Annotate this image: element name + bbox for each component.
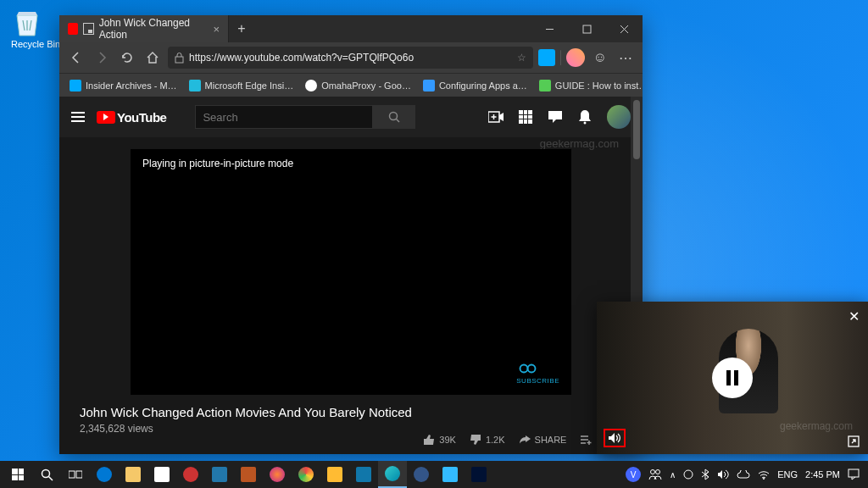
- subscribe-label: SUBSCRIBE: [516, 377, 559, 385]
- pip-message: Playing in picture-in-picture mode: [142, 158, 293, 169]
- tab-close-icon[interactable]: ×: [213, 23, 220, 36]
- start-button[interactable]: [3, 461, 32, 488]
- taskbar-app-edge-dev[interactable]: [378, 461, 407, 488]
- tray-clock[interactable]: 2:45 PM: [805, 469, 840, 480]
- tray-volume-icon[interactable]: [717, 469, 729, 480]
- taskbar-app[interactable]: [176, 461, 205, 488]
- forward-button[interactable]: [92, 47, 112, 68]
- svg-rect-21: [69, 471, 75, 478]
- minimize-button[interactable]: [531, 15, 568, 42]
- taskbar-app-firefox[interactable]: [263, 461, 292, 488]
- bookmark-favicon: [305, 80, 317, 92]
- extension-icon[interactable]: [538, 49, 555, 66]
- svg-point-25: [684, 470, 693, 479]
- task-view-button[interactable]: [61, 461, 90, 488]
- share-label: SHARE: [535, 435, 567, 445]
- window-close-button[interactable]: [605, 15, 643, 42]
- pip-watermark: geekermag.com: [780, 420, 853, 432]
- bookmark-item[interactable]: Microsoft Edge Insi…: [184, 78, 299, 93]
- taskbar-app-store[interactable]: [147, 461, 176, 488]
- notifications-icon[interactable]: [578, 109, 592, 125]
- like-button[interactable]: 39K: [423, 434, 456, 446]
- bookmark-favicon: [70, 80, 81, 92]
- bookmark-item[interactable]: OmahaProxy - Goo…: [300, 78, 416, 93]
- tray-notifications-icon[interactable]: [848, 469, 860, 480]
- back-button[interactable]: [66, 47, 86, 68]
- search-button[interactable]: [373, 105, 415, 129]
- apps-icon[interactable]: [519, 110, 532, 124]
- pip-close-button[interactable]: ✕: [849, 308, 860, 324]
- dislike-button[interactable]: 1.2K: [470, 434, 505, 446]
- maximize-button[interactable]: [568, 15, 605, 42]
- dislike-count: 1.2K: [486, 435, 505, 445]
- video-actions: 39K 1.2K SHARE SAVE: [423, 434, 620, 446]
- svg-point-12: [528, 365, 536, 373]
- taskbar-app[interactable]: [349, 461, 378, 488]
- favorite-star-icon[interactable]: ☆: [517, 52, 526, 64]
- taskbar-app[interactable]: [407, 461, 436, 488]
- view-count: 2,345,628 views: [80, 423, 622, 435]
- url-input[interactable]: [189, 52, 512, 64]
- tray-network-icon[interactable]: [758, 469, 770, 480]
- svg-rect-27: [849, 469, 859, 477]
- refresh-button[interactable]: [117, 47, 137, 68]
- account-avatar[interactable]: [607, 105, 631, 129]
- tray-status-icon[interactable]: [683, 469, 693, 480]
- desktop-icon-recycle-bin[interactable]: Recycle Bin: [10, 5, 61, 49]
- bookmark-item[interactable]: Insider Archives - M…: [64, 78, 182, 93]
- address-bar[interactable]: ☆: [168, 47, 533, 69]
- pip-pause-button[interactable]: [712, 358, 753, 398]
- video-player[interactable]: Playing in picture-in-picture mode SUBSC…: [131, 149, 571, 395]
- subscribe-overlay[interactable]: SUBSCRIBE: [516, 360, 559, 385]
- svg-point-26: [763, 478, 765, 480]
- bookmark-favicon: [423, 80, 435, 92]
- svg-rect-1: [583, 25, 591, 33]
- svg-rect-4: [175, 57, 183, 63]
- tray-onedrive-icon[interactable]: [737, 470, 750, 479]
- taskbar-app-chrome[interactable]: [292, 461, 320, 488]
- lock-icon: [175, 53, 184, 64]
- taskbar-app[interactable]: [234, 461, 263, 488]
- tray-user-badge[interactable]: V: [626, 467, 641, 482]
- taskbar-app-explorer[interactable]: [119, 461, 147, 488]
- tray-people-icon[interactable]: [648, 469, 662, 480]
- tray-overflow-icon[interactable]: ∧: [670, 470, 676, 480]
- search-form: [195, 105, 415, 129]
- create-icon[interactable]: [488, 111, 504, 123]
- desktop-icon-label: Recycle Bin: [10, 39, 61, 49]
- profile-avatar[interactable]: [566, 48, 585, 67]
- taskbar-app[interactable]: [320, 461, 349, 488]
- feedback-button[interactable]: ☺: [590, 47, 610, 68]
- share-button[interactable]: SHARE: [519, 435, 567, 445]
- tray-bluetooth-icon[interactable]: [701, 469, 709, 480]
- menu-icon[interactable]: [71, 112, 85, 122]
- taskbar-app-photoshop[interactable]: [465, 461, 493, 488]
- watermark: geekermag.com: [540, 137, 619, 150]
- svg-point-5: [389, 113, 397, 120]
- taskbar-app[interactable]: [205, 461, 234, 488]
- search-input[interactable]: [195, 105, 373, 129]
- youtube-logo[interactable]: YouTube: [97, 110, 166, 125]
- home-button[interactable]: [142, 47, 163, 68]
- taskbar-app-edge[interactable]: [90, 461, 119, 488]
- bookmark-item[interactable]: GUIDE : How to inst…: [534, 78, 643, 93]
- bookmark-label: Microsoft Edge Insi…: [205, 80, 294, 91]
- youtube-header-icons: [488, 105, 631, 129]
- messages-icon[interactable]: [548, 110, 563, 124]
- bookmark-item[interactable]: Configuring Apps a…: [418, 78, 532, 93]
- search-button[interactable]: [32, 461, 61, 488]
- taskbar-app[interactable]: [436, 461, 465, 488]
- browser-toolbar: ☆ ☺ ⋯: [59, 42, 643, 73]
- menu-button[interactable]: ⋯: [615, 47, 636, 68]
- tray-language[interactable]: ENG: [777, 469, 798, 480]
- pip-volume-button[interactable]: [604, 429, 626, 447]
- browser-tab[interactable]: John Wick Changed Action ×: [59, 15, 229, 42]
- recycle-bin-icon: [10, 5, 44, 39]
- svg-point-11: [520, 365, 528, 373]
- bookmark-favicon: [539, 80, 551, 92]
- new-tab-button[interactable]: +: [229, 15, 254, 42]
- svg-line-6: [396, 119, 399, 123]
- bookmark-favicon: [189, 80, 201, 92]
- pip-back-to-tab-button[interactable]: [848, 435, 860, 447]
- pip-window[interactable]: ✕ geekermag.com: [597, 302, 868, 454]
